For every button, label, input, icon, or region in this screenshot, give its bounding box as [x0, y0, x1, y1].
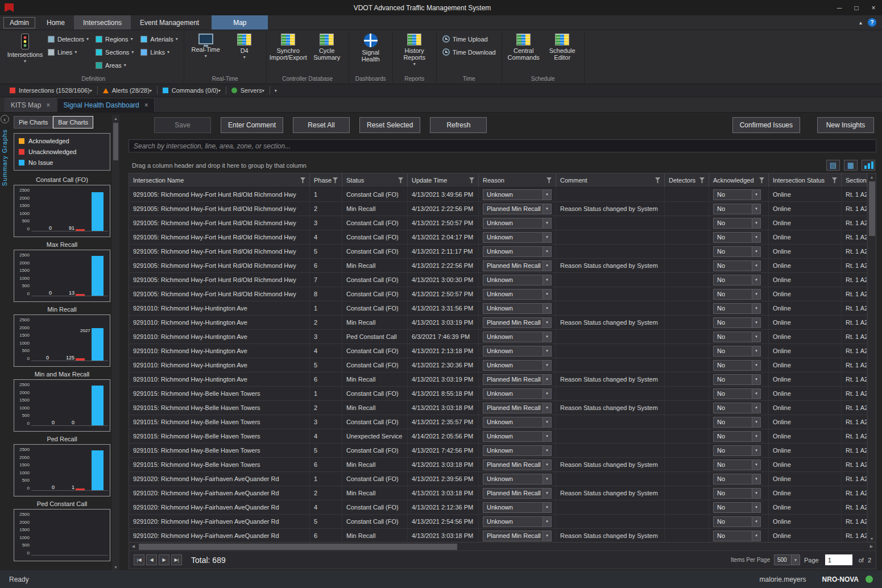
acknowledged-dropdown[interactable]: No▾: [713, 360, 761, 371]
collapse-sidebar-button[interactable]: ‹: [1, 115, 9, 123]
acknowledged-dropdown[interactable]: No▾: [713, 531, 761, 541]
table-row[interactable]: 9291015: Richmond Hwy-Belle Haven Towers…: [129, 415, 867, 429]
filter-icon[interactable]: [655, 177, 660, 183]
filter-icon[interactable]: [832, 177, 837, 183]
doc-tab-signal-health-dashboard[interactable]: Signal Health Dashboard×: [57, 98, 154, 112]
menu-tab-intersections[interactable]: Intersections: [74, 15, 131, 30]
confirmed-issues-button[interactable]: Confirmed Issues: [732, 117, 800, 133]
close-button[interactable]: ×: [865, 0, 882, 15]
toggle-pie-charts[interactable]: Pie Charts: [14, 116, 53, 129]
scroll-down-icon[interactable]: ▼: [870, 535, 874, 542]
search-input[interactable]: [129, 139, 876, 152]
reason-dropdown[interactable]: Unknown▾: [483, 303, 552, 314]
table-row[interactable]: 9291005: Richmond Hwy-Fort Hunt Rd/Old R…: [129, 216, 867, 230]
ribbon-button-areas[interactable]: Areas▾: [92, 59, 137, 72]
table-row[interactable]: 9291020: Richmond Hwy-Fairhaven AveQuand…: [129, 500, 867, 515]
reason-dropdown[interactable]: Unknown▾: [483, 232, 552, 243]
reason-dropdown[interactable]: Unknown▾: [483, 417, 552, 428]
column-header-reason[interactable]: Reason: [479, 173, 556, 187]
status-item-intersections[interactable]: Intersections (1528/1606)▾: [5, 87, 97, 94]
acknowledged-dropdown[interactable]: No▾: [713, 275, 761, 285]
ribbon-button-central-commands[interactable]: Central Commands: [504, 31, 543, 74]
reason-dropdown[interactable]: Unknown▾: [483, 445, 552, 456]
reason-dropdown[interactable]: Unknown▾: [483, 246, 552, 257]
export-grid-icon[interactable]: ▤: [826, 160, 840, 171]
table-row[interactable]: 9291005: Richmond Hwy-Fort Hunt Rd/Old R…: [129, 259, 867, 273]
ribbon-button-real-time[interactable]: Real-Time▾: [187, 31, 225, 74]
table-row[interactable]: 9291015: Richmond Hwy-Belle Haven Towers…: [129, 444, 867, 458]
status-item-servers[interactable]: Servers▾: [226, 87, 270, 94]
acknowledged-dropdown[interactable]: No▾: [713, 445, 761, 456]
maximize-button[interactable]: □: [848, 0, 865, 15]
previous-page-button[interactable]: ◀: [146, 554, 157, 565]
acknowledged-dropdown[interactable]: No▾: [713, 516, 761, 527]
scrollbar-thumb[interactable]: [139, 544, 457, 550]
acknowledged-dropdown[interactable]: No▾: [713, 260, 761, 271]
table-row[interactable]: 9291005: Richmond Hwy-Fort Hunt Rd/Old R…: [129, 287, 867, 301]
table-row[interactable]: 9291010: Richmond Hwy-Huntington Ave4Con…: [129, 344, 867, 358]
filter-icon[interactable]: [699, 177, 705, 183]
reason-dropdown[interactable]: Unknown▾: [483, 502, 552, 513]
column-header-acknowledged[interactable]: Acknowledged: [709, 173, 769, 187]
column-header-phase[interactable]: Phase: [310, 173, 342, 187]
acknowledged-dropdown[interactable]: No▾: [713, 204, 761, 214]
table-row[interactable]: 9291020: Richmond Hwy-Fairhaven AveQuand…: [129, 486, 867, 500]
reason-dropdown[interactable]: Planned Min Recall▾: [483, 459, 552, 470]
ribbon-button-links[interactable]: Links▾: [137, 45, 181, 59]
acknowledged-dropdown[interactable]: No▾: [713, 417, 761, 428]
ribbon-button-lines[interactable]: Lines▾: [44, 45, 92, 59]
table-row[interactable]: 9291015: Richmond Hwy-Belle Haven Towers…: [129, 401, 867, 415]
reset-all-button[interactable]: Reset All: [293, 117, 350, 133]
ribbon-button-synchro-import-export[interactable]: Synchro Import/Export: [269, 31, 308, 74]
acknowledged-dropdown[interactable]: No▾: [713, 388, 761, 399]
tab-map[interactable]: Map: [212, 15, 268, 30]
column-header-section[interactable]: Section: [842, 173, 867, 187]
table-row[interactable]: 9291015: Richmond Hwy-Belle Haven Towers…: [129, 429, 867, 444]
table-row[interactable]: 9291015: Richmond Hwy-Belle Haven Towers…: [129, 387, 867, 401]
acknowledged-dropdown[interactable]: No▾: [713, 332, 761, 342]
bar-chart-icon[interactable]: [862, 160, 875, 171]
acknowledged-dropdown[interactable]: No▾: [713, 289, 761, 300]
menu-tab-admin[interactable]: Admin: [3, 17, 35, 28]
reset-selected-button[interactable]: Reset Selected: [359, 117, 420, 133]
reason-dropdown[interactable]: Unknown▾: [483, 189, 552, 200]
reason-dropdown[interactable]: Unknown▾: [483, 474, 552, 485]
grid-vertical-scrollbar[interactable]: ▲ ▼: [867, 173, 876, 542]
page-number-input[interactable]: 1: [825, 554, 852, 565]
collapse-ribbon-icon[interactable]: ▴: [859, 19, 862, 26]
scroll-right-icon[interactable]: ▶: [867, 543, 876, 550]
menu-tab-home[interactable]: Home: [38, 15, 74, 30]
ribbon-button-cycle-summary[interactable]: Cycle Summary: [308, 31, 346, 74]
reason-dropdown[interactable]: Unknown▾: [483, 275, 552, 285]
sidebar-scrollbar[interactable]: ▲ ▼: [112, 115, 119, 570]
reason-dropdown[interactable]: Planned Min Recall▾: [483, 260, 552, 271]
ribbon-button-intersections[interactable]: Intersections▾: [6, 31, 44, 74]
filter-icon[interactable]: [759, 177, 764, 183]
table-row[interactable]: 9291005: Richmond Hwy-Fort Hunt Rd/Old R…: [129, 245, 867, 259]
reason-dropdown[interactable]: Unknown▾: [483, 360, 552, 371]
reason-dropdown[interactable]: Unknown▾: [483, 332, 552, 342]
first-page-button[interactable]: |◀: [134, 554, 144, 565]
table-row[interactable]: 9291010: Richmond Hwy-Huntington Ave3Ped…: [129, 330, 867, 344]
table-row[interactable]: 9291010: Richmond Hwy-Huntington Ave5Con…: [129, 358, 867, 372]
acknowledged-dropdown[interactable]: No▾: [713, 403, 761, 413]
reason-dropdown[interactable]: Planned Min Recall▾: [483, 531, 552, 541]
acknowledged-dropdown[interactable]: No▾: [713, 218, 761, 229]
acknowledged-dropdown[interactable]: No▾: [713, 502, 761, 513]
scroll-up-icon[interactable]: ▲: [870, 173, 874, 180]
save-button[interactable]: Save: [154, 117, 211, 133]
help-icon[interactable]: ?: [868, 18, 876, 27]
scroll-down-icon[interactable]: ▼: [114, 564, 118, 570]
reason-dropdown[interactable]: Planned Min Recall▾: [483, 374, 552, 385]
ribbon-button-sections[interactable]: Sections▾: [92, 45, 137, 59]
group-by-bar[interactable]: Drag a column header and drop it here to…: [129, 158, 876, 173]
data-grid-icon[interactable]: ▦: [844, 160, 858, 171]
reason-dropdown[interactable]: Unknown▾: [483, 346, 552, 357]
column-header-detectors[interactable]: Detectors: [665, 173, 709, 187]
ribbon-button-regions[interactable]: Regions▾: [92, 32, 137, 45]
new-insights-button[interactable]: New Insights: [817, 117, 874, 133]
column-header-update-time[interactable]: Update Time: [408, 173, 479, 187]
ribbon-button-detectors[interactable]: Detectors▾: [44, 32, 92, 45]
ribbon-button-arterials[interactable]: Arterials▾: [137, 32, 181, 45]
acknowledged-dropdown[interactable]: No▾: [713, 431, 761, 442]
